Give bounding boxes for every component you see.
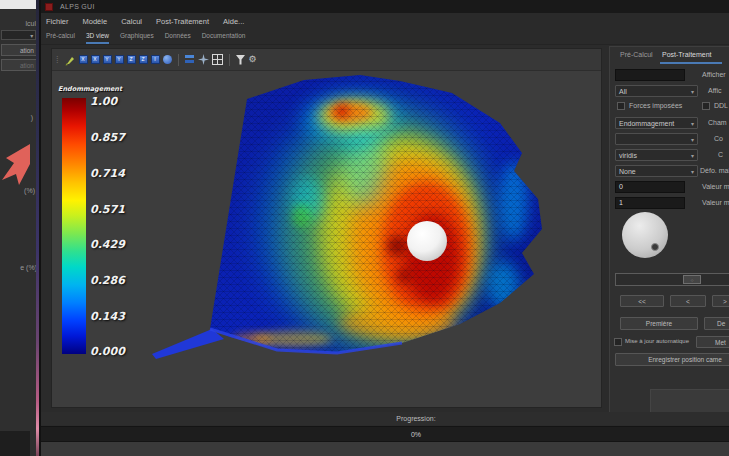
tab-pre-calcul[interactable]: Pré-calcul — [46, 32, 75, 44]
nav-first-button[interactable]: << — [620, 295, 664, 307]
afficher-input[interactable] — [615, 69, 685, 81]
background-button-2[interactable]: ation — [1, 59, 37, 71]
menu-aide[interactable]: Aide... — [223, 17, 244, 26]
colorbar-tick: 0.714 — [90, 167, 125, 180]
sphere-view-button[interactable] — [163, 55, 172, 64]
colormap-dropdown[interactable]: viridis ▾ — [615, 149, 698, 161]
background-button-1[interactable]: ation — [1, 44, 37, 56]
view-y-minus-button[interactable]: Y — [115, 55, 124, 64]
group-dropdown[interactable]: All ▾ — [615, 85, 698, 97]
colorbar-tick: 1.00 — [90, 95, 117, 108]
premiere-button[interactable]: Première — [620, 317, 698, 330]
red-arrow-icon — [0, 142, 32, 188]
star-icon[interactable] — [198, 54, 209, 65]
slider-handle[interactable]: ⁘ — [683, 275, 701, 284]
damage-mesh-scene — [52, 71, 601, 407]
auto-update-label: Mise à jour automatique — [625, 338, 689, 344]
view-y-plus-button[interactable]: Y — [103, 55, 112, 64]
save-camera-button[interactable]: Enregistrer position came — [615, 353, 729, 366]
champ-dropdown[interactable]: Endommagement ▾ — [615, 117, 698, 129]
toolbar-drag-handle[interactable]: ⁞ — [56, 55, 59, 65]
window-title: ALPS GUI — [60, 3, 95, 10]
auto-update-checkbox[interactable] — [614, 338, 622, 346]
tab-documentation[interactable]: Documentation — [202, 32, 246, 44]
progress-bar: 0% — [41, 426, 729, 442]
ddl-label: DDL b — [714, 102, 729, 109]
background-menu-fragment: lcul — [25, 20, 36, 27]
afficher2-label: Affic — [708, 87, 722, 94]
view-x-minus-button[interactable]: X — [91, 55, 100, 64]
colorbar-tick: 0.286 — [90, 274, 125, 287]
menu-post-traitement[interactable]: Post-Traitement — [156, 17, 209, 26]
chevron-down-icon: ▾ — [691, 168, 694, 175]
background-dropdown[interactable]: ▾ — [1, 30, 36, 40]
colorbar-title: Endommagement — [58, 85, 122, 93]
colorbar-tick: 0.429 — [90, 238, 125, 251]
background-window: lcul ▾ ation ation ) (%) e (%) — [0, 0, 38, 456]
tab-3d-view[interactable]: 3D view — [86, 32, 109, 44]
background-window-titlebar — [0, 0, 38, 9]
colorbar — [62, 98, 86, 354]
progress-label: Progression: — [396, 415, 435, 422]
background-label-3: e (%) — [20, 264, 37, 271]
menu-modele[interactable]: Modèle — [83, 17, 108, 26]
view-iso-button[interactable]: I — [151, 55, 160, 64]
background-bottom-box — [0, 431, 30, 456]
composante-label: Co — [714, 135, 723, 142]
nav-prev-button[interactable]: < — [670, 295, 706, 307]
background-label-2: (%) — [24, 187, 35, 194]
chevron-down-icon: ▾ — [691, 152, 694, 159]
colorbar-tick: 0.000 — [90, 345, 125, 358]
menubar: Fichier Modèle Calcul Post-Traitement Ai… — [41, 13, 729, 29]
background-label-1: ) — [31, 114, 33, 121]
rotation-knob[interactable] — [622, 212, 668, 258]
gear-icon[interactable]: ⚙ — [249, 55, 257, 64]
knob-indicator-dot — [651, 243, 659, 251]
chevron-down-icon: ▾ — [691, 88, 694, 95]
min-value-label: Valeur mi — [702, 183, 729, 190]
colorbar-tick: 0.143 — [90, 310, 125, 323]
defo-dropdown[interactable]: None ▾ — [615, 165, 698, 177]
viewer-toolbar: ⁞ X X Y Y Z Z I — [52, 49, 601, 71]
colorbar-tick: 0.857 — [90, 131, 125, 144]
view-x-plus-button[interactable]: X — [79, 55, 88, 64]
derniere-button[interactable]: De — [704, 317, 729, 330]
chevron-down-icon: ▾ — [30, 32, 35, 39]
toolbar-separator — [178, 54, 179, 66]
panel-tab-underline — [660, 62, 722, 64]
viewport-canvas[interactable]: Endommagement 1.00 0.857 0.714 0.571 0.4… — [52, 71, 601, 407]
forces-imposees-label: Forces imposées — [629, 102, 682, 109]
panel-tab-pre-calcul[interactable]: Pré-Calcul — [620, 51, 653, 58]
max-value-label: Valeur ma — [702, 199, 729, 206]
toolbar-separator — [229, 54, 230, 66]
menu-fichier[interactable]: Fichier — [46, 17, 69, 26]
filter-icon[interactable] — [236, 55, 246, 65]
plate-tail — [152, 329, 224, 359]
ddl-checkbox[interactable] — [702, 102, 710, 110]
chevron-down-icon: ▾ — [691, 120, 694, 127]
view-z-plus-button[interactable]: Z — [127, 55, 136, 64]
brush-icon[interactable] — [64, 54, 76, 66]
timestep-slider[interactable]: ⁘ — [615, 273, 729, 286]
nav-next-button[interactable]: > — [712, 295, 729, 307]
update-button[interactable]: Met — [696, 336, 729, 348]
screen: lcul ▾ ation ation ) (%) e (%) ALPS GUI … — [0, 0, 729, 456]
layers-icon[interactable] — [185, 55, 195, 64]
menu-calcul[interactable]: Calcul — [121, 17, 142, 26]
alps-gui-window: ALPS GUI Fichier Modèle Calcul Post-Trai… — [41, 0, 729, 456]
colorbar-tick: 0.571 — [90, 203, 125, 216]
min-value-input[interactable]: 0 — [615, 181, 685, 193]
defo-label: Défo. mai — [700, 167, 729, 174]
tab-graphiques[interactable]: Graphiques — [120, 32, 154, 44]
grid-icon[interactable] — [212, 54, 223, 65]
max-value-input[interactable]: 1 — [615, 197, 685, 209]
tab-donnees[interactable]: Données — [165, 32, 191, 44]
champ-label: Cham — [708, 119, 727, 126]
progress-label-row: Progression: — [41, 412, 729, 425]
composante-dropdown[interactable]: ▾ — [615, 133, 698, 145]
forces-imposees-checkbox[interactable] — [617, 102, 625, 110]
titlebar: ALPS GUI — [41, 0, 729, 13]
view-z-minus-button[interactable]: Z — [139, 55, 148, 64]
panel-tab-post-traitement[interactable]: Post-Traitement — [662, 51, 712, 58]
progress-value: 0% — [411, 431, 421, 438]
